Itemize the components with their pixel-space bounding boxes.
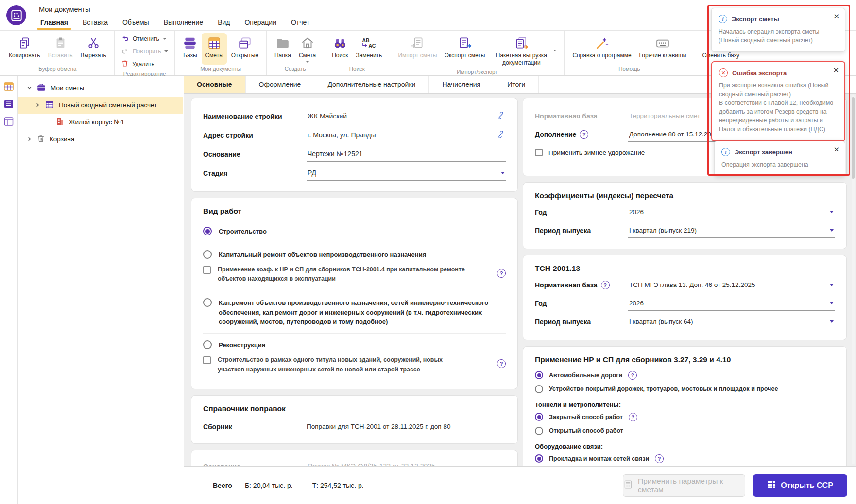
radio-icon[interactable] (203, 298, 212, 307)
chevron-down-icon[interactable] (163, 38, 167, 40)
radio-pavements[interactable]: Устройство покрытий дорожек, тротуаров, … (535, 382, 835, 396)
tree-item-summary-estimate[interactable]: Новый сводный сметный расчет (18, 97, 183, 114)
chevron-down-icon[interactable] (830, 284, 834, 286)
open-ssr-button[interactable]: Открыть ССР (753, 474, 847, 497)
stage-select[interactable]: РД (307, 166, 506, 181)
help-icon[interactable]: ? (629, 413, 637, 421)
basis-input[interactable]: Чертежи №12521 (307, 147, 506, 162)
help-icon[interactable]: ? (497, 359, 506, 368)
ribbon-tab-execution[interactable]: Выполнение (156, 14, 210, 30)
ribbon-tab-operations[interactable]: Операции (237, 14, 284, 30)
total-current-value: Т: 254,52 тыс. р. (312, 482, 364, 489)
ribbon-tab-view[interactable]: Вид (210, 14, 237, 30)
ribbon-tab-insert[interactable]: Вставка (75, 14, 115, 30)
construction-address-input[interactable]: г. Москва, ул. Правды (307, 128, 506, 143)
chevron-down-icon[interactable] (830, 320, 834, 323)
about-button[interactable]: Справка о программе (569, 33, 634, 65)
chevron-down-icon[interactable] (501, 172, 505, 174)
indices-basis-input[interactable]: Приказ № МКЭ-ОД/25-132 от 22.12.2025 (307, 459, 506, 466)
tsn-period-select[interactable]: I квартал (выпуск 64) (628, 315, 835, 329)
radio-construction[interactable]: Строительство (203, 221, 506, 241)
radio-icon[interactable] (535, 413, 543, 421)
radio-closed-method[interactable]: Закрытый способ работ ? (535, 410, 835, 424)
help-icon[interactable]: ? (580, 130, 588, 139)
batch-export-button[interactable]: Пакетная выгрузка документации (489, 33, 560, 67)
vertical-scrollbar[interactable] (852, 95, 855, 464)
radio-comm-networks[interactable]: Прокладка и монтаж сетей связи ? (535, 452, 835, 466)
create-folder-button[interactable]: Папка (271, 33, 294, 65)
construction-name-input[interactable]: ЖК Майский (307, 109, 506, 124)
radio-open-method[interactable]: Открытый способ работ (535, 424, 835, 437)
radio-reconstruction[interactable]: Реконструкция (203, 335, 506, 355)
chevron-right-icon[interactable] (26, 136, 32, 142)
delete-button[interactable]: Удалить (119, 58, 171, 69)
close-icon[interactable]: ✕ (833, 67, 839, 74)
ribbon-tab-volumes[interactable]: Объёмы (115, 14, 156, 30)
radio-icon[interactable] (203, 250, 212, 259)
help-icon[interactable]: ? (655, 454, 664, 463)
help-icon[interactable]: ? (497, 269, 506, 278)
checkbox-icon[interactable] (535, 149, 543, 156)
search-button[interactable]: Поиск (328, 33, 351, 65)
radio-icon[interactable] (535, 385, 543, 393)
close-icon[interactable]: ✕ (833, 146, 839, 153)
ribbon-tab-home[interactable]: Главная (33, 14, 75, 30)
undo-button[interactable]: Отменить (119, 33, 171, 44)
radio-icon[interactable] (535, 371, 543, 379)
radio-nonprod-repair[interactable]: Капитальный ремонт объектов непроизводст… (203, 245, 506, 265)
checkbox-nonprod-note[interactable]: Применение коэф. к НР и СП для сборников… (203, 264, 506, 289)
tab-totals[interactable]: Итоги (494, 76, 539, 93)
tab-additional-settings[interactable]: Дополнительные настройки (314, 76, 429, 93)
attachment-link-icon[interactable] (497, 112, 505, 121)
tab-charges[interactable]: Начисления (429, 76, 494, 93)
radio-auto-roads[interactable]: Автомобильные дороги ? (535, 368, 835, 382)
chevron-down-icon[interactable] (830, 211, 834, 213)
checkbox-icon[interactable] (203, 266, 211, 274)
checkbox-icon[interactable] (203, 356, 211, 364)
create-estimate-button[interactable]: Смета (295, 33, 319, 65)
attachment-link-icon[interactable] (497, 131, 505, 140)
tree-item-building[interactable]: Жилой корпус №1 (18, 114, 183, 131)
redo-button[interactable]: Повторить (119, 46, 171, 57)
chevron-down-icon[interactable] (830, 229, 834, 232)
strip-bases-view-icon[interactable] (2, 80, 16, 93)
ribbon-tab-report[interactable]: Отчет (284, 14, 317, 30)
tab-formatting[interactable]: Оформление (246, 76, 315, 93)
export-estimate-button[interactable]: Экспорт сметы (441, 33, 488, 67)
strip-estimates-view-icon[interactable] (2, 97, 16, 111)
chevron-down-icon[interactable] (306, 61, 309, 63)
help-icon[interactable]: ? (601, 281, 610, 289)
tsn-year-select[interactable]: 2026 (628, 296, 835, 311)
checkbox-reconstruction-note[interactable]: Строительство в рамках одного титула нов… (203, 354, 506, 380)
hotkeys-button[interactable]: Горячие клавиши (636, 33, 690, 65)
close-icon[interactable]: ✕ (833, 13, 839, 20)
scrollbar-thumb[interactable] (852, 97, 855, 179)
radio-icon[interactable] (535, 427, 543, 435)
tree-item-trash[interactable]: Корзина (18, 131, 183, 148)
period-select[interactable]: I квартал (выпуск 219) (628, 223, 835, 238)
copy-button[interactable]: Копировать (5, 33, 44, 65)
radio-icon[interactable] (203, 340, 212, 349)
tsn-base-select[interactable]: ТСН МГЭ глава 13. Доп. 46 от 25.12.2025 (628, 278, 835, 292)
estimates-button[interactable]: Сметы (202, 33, 226, 65)
cut-button[interactable]: Вырезать (77, 33, 110, 65)
replace-button[interactable]: АВ АС Заменить (352, 33, 385, 65)
radio-prod-repair[interactable]: Кап.ремонт объектов производственного на… (203, 293, 506, 332)
tree-item-my-estimates[interactable]: Мои сметы (18, 80, 183, 97)
chevron-down-icon[interactable] (830, 302, 834, 304)
opened-button[interactable]: Открытые (228, 33, 262, 65)
bases-button[interactable]: Базы (179, 33, 201, 65)
radio-icon[interactable] (535, 454, 543, 463)
import-estimate-button[interactable]: Импорт сметы (394, 33, 440, 67)
radio-icon[interactable] (203, 227, 212, 235)
help-icon[interactable]: ? (628, 371, 637, 380)
paste-button[interactable]: Вставить (45, 33, 76, 65)
chevron-down-icon[interactable] (26, 85, 32, 91)
apply-parameters-button[interactable]: Применить параметры к сметам (623, 474, 745, 497)
chevron-down-icon[interactable] (553, 50, 557, 51)
year-select[interactable]: 2026 (628, 205, 835, 219)
strip-opened-view-icon[interactable] (2, 115, 16, 128)
tab-main[interactable]: Основные (184, 76, 246, 93)
chevron-down-icon[interactable] (164, 50, 168, 52)
chevron-right-icon[interactable] (34, 102, 40, 108)
